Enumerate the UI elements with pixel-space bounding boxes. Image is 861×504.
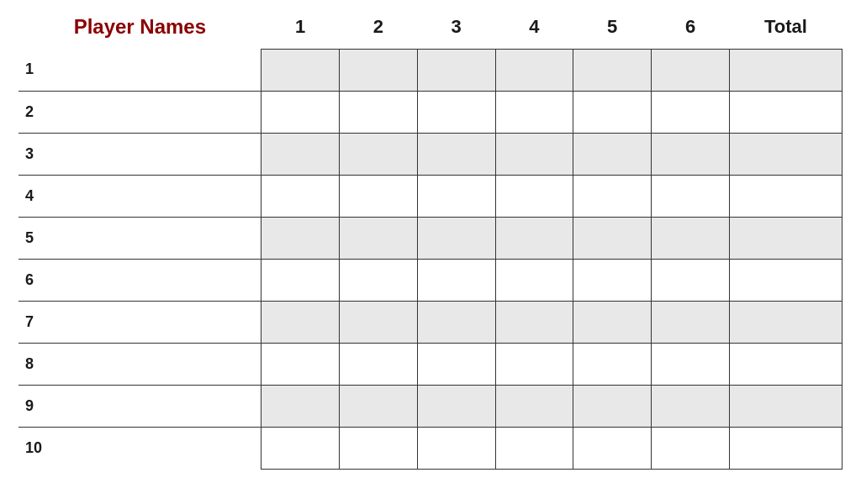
player-3-round-3[interactable] bbox=[417, 133, 495, 175]
player-2-round-4[interactable] bbox=[495, 91, 573, 133]
player-6-round-1[interactable] bbox=[261, 259, 340, 301]
table-row: 10 bbox=[18, 427, 843, 469]
player-4-name-cell[interactable]: 4 bbox=[18, 175, 261, 217]
player-10-round-4[interactable] bbox=[495, 427, 573, 469]
player-7-round-2[interactable] bbox=[339, 301, 417, 343]
player-6-round-2[interactable] bbox=[339, 259, 417, 301]
player-6-round-4[interactable] bbox=[495, 259, 573, 301]
header-round-1: 1 bbox=[261, 8, 340, 49]
table-row: 5 bbox=[18, 217, 843, 259]
player-2-round-2[interactable] bbox=[339, 91, 417, 133]
player-4-round-1[interactable] bbox=[261, 175, 340, 217]
header-round-4: 4 bbox=[495, 8, 573, 49]
player-3-round-1[interactable] bbox=[261, 133, 340, 175]
player-9-round-1[interactable] bbox=[261, 385, 340, 427]
player-1-round-3[interactable] bbox=[417, 49, 495, 91]
header-player-names: Player Names bbox=[18, 8, 261, 49]
scorecard: Player Names 1 2 3 4 5 6 Total 1 bbox=[18, 8, 843, 470]
table-row: 4 bbox=[18, 175, 843, 217]
table-row: 2 bbox=[18, 91, 843, 133]
player-8-total[interactable] bbox=[729, 343, 842, 385]
player-5-round-4[interactable] bbox=[495, 217, 573, 259]
player-9-round-5[interactable] bbox=[573, 385, 652, 427]
header-round-5: 5 bbox=[573, 8, 652, 49]
player-1-round-5[interactable] bbox=[573, 49, 652, 91]
player-2-round-6[interactable] bbox=[652, 91, 730, 133]
player-7-round-4[interactable] bbox=[495, 301, 573, 343]
player-9-name-cell[interactable]: 9 bbox=[18, 385, 261, 427]
player-3-round-6[interactable] bbox=[652, 133, 730, 175]
player-2-round-3[interactable] bbox=[417, 91, 495, 133]
player-1-name-cell[interactable]: 1 bbox=[18, 49, 261, 91]
player-7-round-6[interactable] bbox=[652, 301, 730, 343]
table-row: 9 bbox=[18, 385, 843, 427]
table-row: 6 bbox=[18, 259, 843, 301]
player-8-round-1[interactable] bbox=[261, 343, 340, 385]
player-7-round-3[interactable] bbox=[417, 301, 495, 343]
player-6-round-5[interactable] bbox=[573, 259, 652, 301]
player-4-round-5[interactable] bbox=[573, 175, 652, 217]
player-7-round-1[interactable] bbox=[261, 301, 340, 343]
player-5-round-3[interactable] bbox=[417, 217, 495, 259]
player-10-round-1[interactable] bbox=[261, 427, 340, 469]
player-10-name-cell[interactable]: 10 bbox=[18, 427, 261, 469]
player-8-round-4[interactable] bbox=[495, 343, 573, 385]
player-9-round-2[interactable] bbox=[339, 385, 417, 427]
table-row: 3 bbox=[18, 133, 843, 175]
player-6-name-cell[interactable]: 6 bbox=[18, 259, 261, 301]
header-round-6: 6 bbox=[652, 8, 730, 49]
table-row: 1 bbox=[18, 49, 843, 91]
player-2-round-1[interactable] bbox=[261, 91, 340, 133]
player-1-round-6[interactable] bbox=[652, 49, 730, 91]
table-row: 7 bbox=[18, 301, 843, 343]
player-3-round-2[interactable] bbox=[339, 133, 417, 175]
header-round-2: 2 bbox=[339, 8, 417, 49]
player-9-total[interactable] bbox=[729, 385, 842, 427]
player-8-round-2[interactable] bbox=[339, 343, 417, 385]
header-round-3: 3 bbox=[417, 8, 495, 49]
player-9-round-6[interactable] bbox=[652, 385, 730, 427]
player-7-round-5[interactable] bbox=[573, 301, 652, 343]
score-table: Player Names 1 2 3 4 5 6 Total 1 bbox=[18, 8, 843, 470]
player-3-name-cell[interactable]: 3 bbox=[18, 133, 261, 175]
table-row: 8 bbox=[18, 343, 843, 385]
player-8-round-6[interactable] bbox=[652, 343, 730, 385]
player-5-round-6[interactable] bbox=[652, 217, 730, 259]
player-4-total[interactable] bbox=[729, 175, 842, 217]
player-1-round-2[interactable] bbox=[339, 49, 417, 91]
player-6-total[interactable] bbox=[729, 259, 842, 301]
player-3-round-5[interactable] bbox=[573, 133, 652, 175]
player-10-round-6[interactable] bbox=[652, 427, 730, 469]
player-8-round-3[interactable] bbox=[417, 343, 495, 385]
player-9-round-4[interactable] bbox=[495, 385, 573, 427]
header-total: Total bbox=[729, 8, 842, 49]
player-6-round-6[interactable] bbox=[652, 259, 730, 301]
player-10-round-3[interactable] bbox=[417, 427, 495, 469]
player-2-total[interactable] bbox=[729, 91, 842, 133]
player-2-name-cell[interactable]: 2 bbox=[18, 91, 261, 133]
player-8-round-5[interactable] bbox=[573, 343, 652, 385]
player-3-total[interactable] bbox=[729, 133, 842, 175]
player-5-total[interactable] bbox=[729, 217, 842, 259]
player-1-round-1[interactable] bbox=[261, 49, 340, 91]
player-7-name-cell[interactable]: 7 bbox=[18, 301, 261, 343]
player-2-round-5[interactable] bbox=[573, 91, 652, 133]
player-8-name-cell[interactable]: 8 bbox=[18, 343, 261, 385]
player-4-round-4[interactable] bbox=[495, 175, 573, 217]
player-5-name-cell[interactable]: 5 bbox=[18, 217, 261, 259]
player-4-round-2[interactable] bbox=[339, 175, 417, 217]
player-10-total[interactable] bbox=[729, 427, 842, 469]
player-3-round-4[interactable] bbox=[495, 133, 573, 175]
player-10-round-2[interactable] bbox=[339, 427, 417, 469]
player-1-total[interactable] bbox=[729, 49, 842, 91]
player-7-total[interactable] bbox=[729, 301, 842, 343]
player-1-round-4[interactable] bbox=[495, 49, 573, 91]
player-10-round-5[interactable] bbox=[573, 427, 652, 469]
player-4-round-6[interactable] bbox=[652, 175, 730, 217]
player-5-round-2[interactable] bbox=[339, 217, 417, 259]
player-6-round-3[interactable] bbox=[417, 259, 495, 301]
player-9-round-3[interactable] bbox=[417, 385, 495, 427]
player-5-round-5[interactable] bbox=[573, 217, 652, 259]
player-5-round-1[interactable] bbox=[261, 217, 340, 259]
player-4-round-3[interactable] bbox=[417, 175, 495, 217]
